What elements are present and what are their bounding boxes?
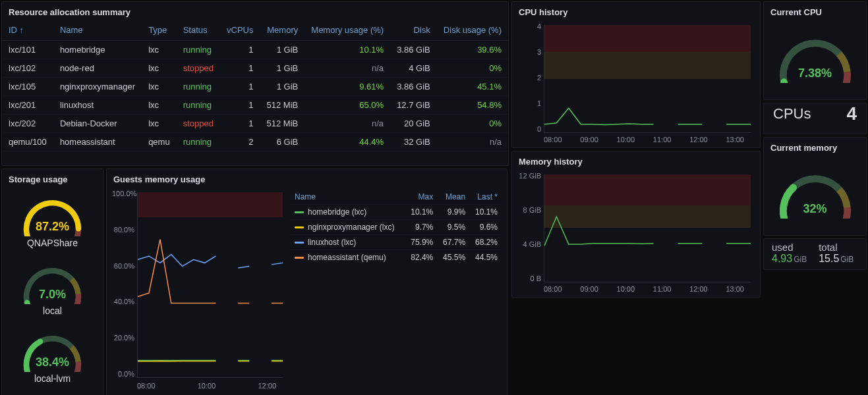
legend-col-last[interactable]: Last * [469, 190, 502, 205]
memory-history-panel: Memory history 12 GiB8 GiB4 GiB0 B08:000… [511, 151, 761, 298]
storage-gauge: 38.4%local-lvm [6, 326, 99, 390]
legend-swatch [295, 257, 304, 259]
storage-gauge: 87.2%QNAPShare [6, 190, 99, 253]
storage-gauge: 7.0%local [6, 257, 99, 321]
cpu-gauge: 7.38% [776, 37, 855, 83]
panel-title: Memory history [512, 151, 760, 169]
cpus-label: CPUs [773, 105, 811, 122]
storage-label: QNAPShare [27, 238, 78, 248]
col-status[interactable]: Status [177, 20, 220, 41]
cpu-history-panel: CPU history 4321008:0009:0010:0011:0012:… [511, 1, 761, 148]
table-row[interactable]: lxc/202Debian-Dockerlxcstopped1512 MiBn/… [2, 115, 508, 133]
cpus-value: 4 [846, 103, 857, 124]
panel-title: Resource allocation summary [2, 2, 508, 20]
col-mem_usage[interactable]: Memory usage (%) [304, 20, 390, 41]
storage-usage-panel: Storage usage 87.2%QNAPShare 7.0%local 3… [1, 169, 103, 395]
current-cpu-panel: Current CPU 7.38% [763, 1, 867, 100]
legend-swatch [295, 242, 304, 244]
col-vcpus[interactable]: vCPUs [220, 20, 260, 41]
current-memory-panel: Current memory 32% [763, 137, 867, 236]
panel-title: Current CPU [764, 2, 866, 20]
legend-col-name[interactable]: Name [291, 190, 405, 205]
mem-total-label: total [819, 242, 854, 253]
panel-title: Current memory [764, 138, 866, 155]
table-row[interactable]: lxc/101homebridgelxcrunning11 GiB10.1%3.… [2, 41, 508, 59]
col-name[interactable]: Name [53, 20, 142, 41]
col-memory[interactable]: Memory [260, 20, 304, 41]
panel-title: CPU history [512, 2, 760, 20]
resource-table: IDNameTypeStatusvCPUsMemoryMemory usage … [2, 20, 508, 151]
mem-used-value: 4.93 [772, 253, 792, 264]
table-row[interactable]: lxc/102node-redlxcstopped11 GiBn/a4 GiB0… [2, 59, 508, 78]
guests-memory-panel: Guests memory usage 100.0%80.0%60.0%40.0… [106, 169, 507, 395]
table-row[interactable]: qemu/100homeassistantqemurunning26 GiB44… [2, 133, 508, 151]
guests-legend: NameMaxMeanLast *homebridge (lxc)10.1%9.… [291, 190, 502, 390]
legend-row[interactable]: homeassistant (qemu)82.4%45.5%44.5% [291, 250, 502, 265]
table-row[interactable]: lxc/201linuxhostlxcrunning1512 MiB65.0%1… [2, 96, 508, 115]
legend-row[interactable]: homebridge (lxc)10.1%9.9%10.1% [291, 205, 502, 220]
mem-total-value: 15.5 [819, 253, 839, 264]
storage-label: local [43, 305, 62, 316]
legend-col-mean[interactable]: Mean [437, 190, 469, 205]
legend-col-max[interactable]: Max [405, 190, 437, 205]
memory-gauge: 32% [776, 172, 855, 219]
panel-title: Storage usage [2, 169, 103, 187]
col-disk_usage[interactable]: Disk usage (%) [437, 20, 508, 41]
col-disk[interactable]: Disk [390, 20, 437, 41]
memory-stat-panel: used 4.93GiB total 15.5GiB [763, 238, 867, 270]
col-id[interactable]: ID [2, 20, 53, 41]
mem-used-label: used [772, 242, 807, 253]
table-row[interactable]: lxc/105nginxproxymanagerlxcrunning11 GiB… [2, 78, 508, 96]
col-type[interactable]: Type [142, 20, 177, 41]
cpus-count-panel: CPUs 4 [763, 103, 867, 134]
storage-label: local-lvm [34, 373, 71, 384]
legend-row[interactable]: linuxhost (lxc)75.9%67.7%68.2% [291, 235, 502, 250]
legend-swatch [295, 226, 304, 228]
panel-title: Guests memory usage [107, 169, 507, 187]
resource-allocation-panel: Resource allocation summary IDNameTypeSt… [1, 1, 509, 166]
legend-swatch [295, 211, 304, 213]
legend-row[interactable]: nginxproxymanager (lxc)9.7%9.5%9.6% [291, 220, 502, 235]
